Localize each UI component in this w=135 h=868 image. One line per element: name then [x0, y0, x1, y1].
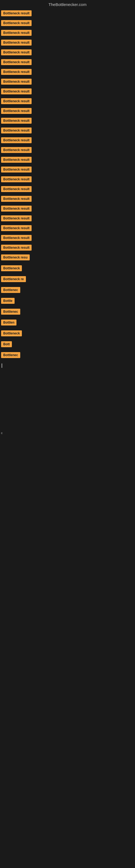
- list-item: Bottleneck result: [1, 118, 135, 124]
- cursor-indicator: [1, 363, 135, 368]
- items-container: Bottleneck result Bottleneck result Bott…: [0, 10, 135, 598]
- bottleneck-badge[interactable]: Bottleneck result: [1, 137, 32, 143]
- list-item: Bottleneck result: [1, 137, 135, 143]
- bottleneck-badge[interactable]: Bottleneck result: [1, 147, 32, 153]
- bottleneck-badge[interactable]: Bottlenec: [1, 309, 20, 315]
- empty-space-1: [1, 376, 135, 430]
- list-item: Bott: [1, 341, 135, 348]
- bottleneck-badge[interactable]: Bottleneck result: [1, 127, 32, 133]
- bottleneck-badge[interactable]: Bottleneck re: [1, 276, 26, 282]
- list-item: Bottleneck result: [1, 225, 135, 231]
- bottleneck-badge[interactable]: Bottleneck result: [1, 166, 32, 173]
- page-container: TheBottlenecker.com Bottleneck result Bo…: [0, 0, 135, 868]
- bottleneck-badge[interactable]: Bottleneck result: [1, 10, 32, 16]
- list-item: Bottlenec: [1, 352, 135, 359]
- list-item: Bottleneck result: [1, 88, 135, 94]
- list-item: Bottleneck result: [1, 10, 135, 16]
- bottleneck-badge[interactable]: Bottleneck result: [1, 118, 32, 124]
- bottleneck-badge[interactable]: Bottle: [1, 298, 14, 304]
- list-item: Bottleneck result: [1, 127, 135, 133]
- bottleneck-badge[interactable]: Bottleneck result: [1, 30, 32, 36]
- list-item: Bottleneck result: [1, 245, 135, 251]
- bottleneck-badge[interactable]: Bottleneck result: [1, 50, 32, 55]
- bottleneck-badge[interactable]: Bottleneck result: [1, 245, 32, 251]
- list-item: Bottleneck result: [1, 79, 135, 85]
- bottleneck-badge[interactable]: Bottleneck result: [1, 206, 32, 212]
- bottleneck-badge[interactable]: Bottlenec: [1, 287, 20, 293]
- list-item: Bottlenec: [1, 309, 135, 316]
- list-item: Bottleneck result: [1, 59, 135, 65]
- bottleneck-badge[interactable]: Bottleneck result: [1, 88, 32, 94]
- bottleneck-badge[interactable]: Bottleneck result: [1, 108, 32, 114]
- list-item: Bottleneck result: [1, 40, 135, 45]
- list-item: Bottleneck result: [1, 69, 135, 75]
- list-item: Bottleneck result: [1, 20, 135, 26]
- bottleneck-badge[interactable]: Bottlenec: [1, 352, 20, 358]
- list-item: Bottle: [1, 298, 135, 305]
- list-item: Bottleneck result: [1, 166, 135, 173]
- bottleneck-badge[interactable]: Bottleneck result: [1, 69, 32, 75]
- list-item: Bottleneck result: [1, 157, 135, 163]
- bottleneck-badge[interactable]: Bottleneck result: [1, 196, 32, 202]
- bottleneck-badge[interactable]: Bottleneck result: [1, 176, 32, 182]
- list-item: Bottleneck resu: [1, 254, 135, 261]
- list-item: Bottleneck result: [1, 196, 135, 202]
- list-item: Bottleneck: [1, 265, 135, 272]
- list-item: Bottleneck result: [1, 98, 135, 104]
- bottleneck-badge[interactable]: Bott: [1, 341, 12, 347]
- list-item: Bottleneck result: [1, 235, 135, 241]
- bottleneck-badge[interactable]: Bottleneck result: [1, 157, 32, 163]
- list-item: Bottleneck result: [1, 147, 135, 153]
- list-item: Bottleneck result: [1, 30, 135, 36]
- site-title: TheBottlenecker.com: [49, 2, 87, 7]
- bottleneck-badge[interactable]: Bottleneck: [1, 265, 22, 271]
- bottleneck-badge[interactable]: Bottleneck result: [1, 215, 32, 221]
- bottleneck-badge[interactable]: Bottleneck result: [1, 235, 32, 241]
- small-char-area: c: [1, 430, 135, 435]
- bottleneck-badge[interactable]: Bottleneck resu: [1, 254, 30, 260]
- list-item: Bottleneck result: [1, 50, 135, 55]
- bottleneck-badge[interactable]: Bottleneck result: [1, 79, 32, 85]
- bottleneck-badge[interactable]: Bottleneck result: [1, 20, 32, 26]
- list-item: Bottleneck result: [1, 108, 135, 114]
- site-header: TheBottlenecker.com: [0, 0, 135, 10]
- bottleneck-badge[interactable]: Bottleneck: [1, 330, 22, 336]
- list-item: Bottleneck result: [1, 186, 135, 192]
- list-item: Bottleneck result: [1, 176, 135, 182]
- bottleneck-badge[interactable]: Bottleneck result: [1, 59, 32, 65]
- bottleneck-badge[interactable]: Bottleneck result: [1, 186, 32, 192]
- list-item: Bottleneck result: [1, 215, 135, 221]
- list-item: Bottleneck re: [1, 276, 135, 283]
- empty-space-2: [1, 489, 135, 598]
- list-item: Bottleneck result: [1, 206, 135, 212]
- cursor-line: [2, 364, 2, 368]
- list-item: Bottlen: [1, 319, 135, 327]
- bottleneck-badge[interactable]: Bottleneck result: [1, 225, 32, 231]
- bottleneck-badge[interactable]: Bottleneck result: [1, 40, 32, 45]
- list-item: Bottleneck: [1, 330, 135, 337]
- bottleneck-badge[interactable]: Bottleneck result: [1, 98, 32, 104]
- bottleneck-badge[interactable]: Bottlen: [1, 319, 16, 326]
- small-char: c: [1, 431, 3, 435]
- list-item: Bottlenec: [1, 287, 135, 294]
